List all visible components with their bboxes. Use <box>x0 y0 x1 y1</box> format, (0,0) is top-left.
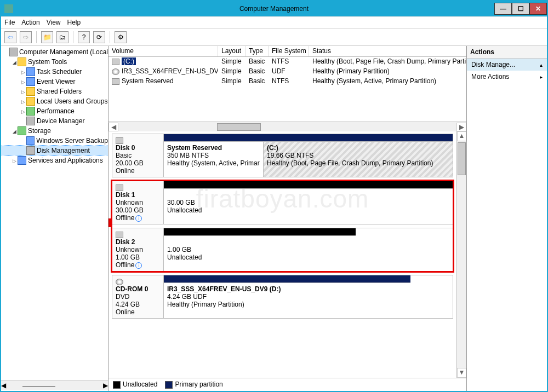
tree-local-users[interactable]: Local Users and Groups <box>1 96 108 106</box>
tree-system-tools[interactable]: System Tools <box>1 57 108 67</box>
toolbar-settings-icon[interactable]: ⚙ <box>115 31 127 43</box>
toolbar-folder-icon[interactable]: 📁 <box>41 31 53 43</box>
legend-unallocated-swatch <box>113 381 121 389</box>
disk-2-unallocated[interactable]: 1.00 GBUnallocated <box>164 236 356 271</box>
volume-scrollbar[interactable]: ◀▶ <box>109 122 466 131</box>
disk-0-row[interactable]: Disk 0 Basic20.00 GBOnline System Reserv… <box>112 134 453 177</box>
tree-shared-folders[interactable]: Shared Folders <box>1 87 108 96</box>
tree-task-scheduler[interactable]: Task Scheduler <box>1 67 108 77</box>
menu-action[interactable]: Action <box>21 19 39 26</box>
disk-0-info: Disk 0 Basic20.00 GBOnline <box>112 134 164 177</box>
info-icon[interactable]: i <box>135 215 142 222</box>
cdrom-partition[interactable]: IR3_SSS_X64FREV_EN-US_DV9 (D:)4.24 GB UD… <box>164 283 410 318</box>
caret-right-icon: ▸ <box>540 74 543 80</box>
menu-view[interactable]: View <box>47 19 61 26</box>
forward-button[interactable] <box>20 31 32 43</box>
info-icon[interactable]: i <box>135 262 142 269</box>
disk-2-info: Disk 2 Unknown1.00 GB Offlinei <box>112 228 164 271</box>
window-title: Computer Management <box>1 5 547 13</box>
hdd-icon <box>116 185 123 191</box>
actions-pane: Actions Disk Manage...▴ More Actions▸ <box>467 46 547 391</box>
disk-1-row[interactable]: Disk 1 Unknown30.00 GB Offlinei 30.00 GB… <box>112 181 453 224</box>
tree-device-manager[interactable]: Device Manager <box>1 116 108 126</box>
cdrom-info: CD-ROM 0 DVD4.24 GBOnline <box>112 275 164 318</box>
disk-vscrollbar[interactable]: ▲▼ <box>456 131 466 378</box>
cdrom-row[interactable]: CD-ROM 0 DVD4.24 GBOnline IR3_SSS_X64FRE… <box>112 275 453 319</box>
toolbar-help-icon[interactable]: ? <box>78 31 90 43</box>
toolbar: 📁 🗂 ? ⟳ ⚙ <box>1 28 547 46</box>
legend: Unallocated Primary partition <box>109 378 466 391</box>
tree-windows-backup[interactable]: Windows Server Backup <box>1 136 108 146</box>
back-button[interactable] <box>4 31 16 43</box>
tree-root[interactable]: Computer Management (Local <box>1 47 108 57</box>
minimize-button[interactable]: — <box>494 3 512 15</box>
menubar: File Action View Help <box>1 16 547 28</box>
menu-file[interactable]: File <box>4 19 15 26</box>
toolbar-refresh-icon[interactable]: ⟳ <box>93 31 105 43</box>
menu-help[interactable]: Help <box>67 19 81 26</box>
disk-1-unallocated[interactable]: 30.00 GBUnallocated <box>164 189 453 224</box>
disk-2-row[interactable]: Disk 2 Unknown1.00 GB Offlinei 1.00 GBUn… <box>112 228 453 272</box>
volume-list: Volume Layout Type File System Status (C… <box>109 46 466 131</box>
legend-primary-swatch <box>165 381 173 389</box>
close-button[interactable]: ✕ <box>529 3 547 15</box>
volume-row-c[interactable]: (C:) Simple Basic NTFS Healthy (Boot, Pa… <box>109 57 466 67</box>
main-panel: Volume Layout Type File System Status (C… <box>109 46 467 391</box>
col-type[interactable]: Type <box>246 46 269 56</box>
computer-management-window: Computer Management — ☐ ✕ File Action Vi… <box>0 0 548 392</box>
tree-storage[interactable]: Storage <box>1 126 108 136</box>
actions-header: Actions <box>467 46 547 59</box>
disk-1-info: Disk 1 Unknown30.00 GB Offlinei <box>112 181 164 224</box>
app-icon <box>4 4 13 13</box>
titlebar[interactable]: Computer Management — ☐ ✕ <box>1 1 547 16</box>
disk-0-partition-c[interactable]: (C:)19.66 GB NTFSHealthy (Boot, Page Fil… <box>264 142 453 177</box>
tree-services[interactable]: Services and Applications <box>1 155 108 165</box>
hdd-icon <box>116 137 123 144</box>
col-layout[interactable]: Layout <box>218 46 246 56</box>
volume-row-d[interactable]: IR3_SSS_X64FREV_EN-US_DV9 (D:) Simple Ba… <box>109 67 466 77</box>
col-filesystem[interactable]: File System <box>269 46 309 56</box>
cd-icon <box>116 279 123 285</box>
content-area: Computer Management (Local System Tools … <box>1 46 547 391</box>
toolbar-properties-icon[interactable]: 🗂 <box>56 31 68 43</box>
disk-0-partition-sysres[interactable]: System Reserved350 MB NTFSHealthy (Syste… <box>164 142 264 177</box>
tree-disk-management[interactable]: Disk Management <box>1 146 108 155</box>
tree-scrollbar[interactable]: ◀▶ <box>1 380 108 390</box>
disk-area: firatboyan.com Disk 0 Basic20.00 GBOnlin… <box>109 131 456 378</box>
nav-tree: Computer Management (Local System Tools … <box>1 46 109 391</box>
hdd-icon <box>116 232 123 238</box>
caret-up-icon: ▴ <box>540 62 543 68</box>
volume-header-row: Volume Layout Type File System Status <box>109 46 466 57</box>
actions-disk-management[interactable]: Disk Manage...▴ <box>467 59 547 71</box>
maximize-button[interactable]: ☐ <box>512 3 529 15</box>
tree-event-viewer[interactable]: Event Viewer <box>1 77 108 87</box>
volume-row-sysres[interactable]: System Reserved Simple Basic NTFS Health… <box>109 77 466 87</box>
actions-more[interactable]: More Actions▸ <box>467 71 547 83</box>
col-volume[interactable]: Volume <box>109 46 218 56</box>
col-status[interactable]: Status <box>309 46 466 56</box>
tree-performance[interactable]: Performance <box>1 106 108 116</box>
